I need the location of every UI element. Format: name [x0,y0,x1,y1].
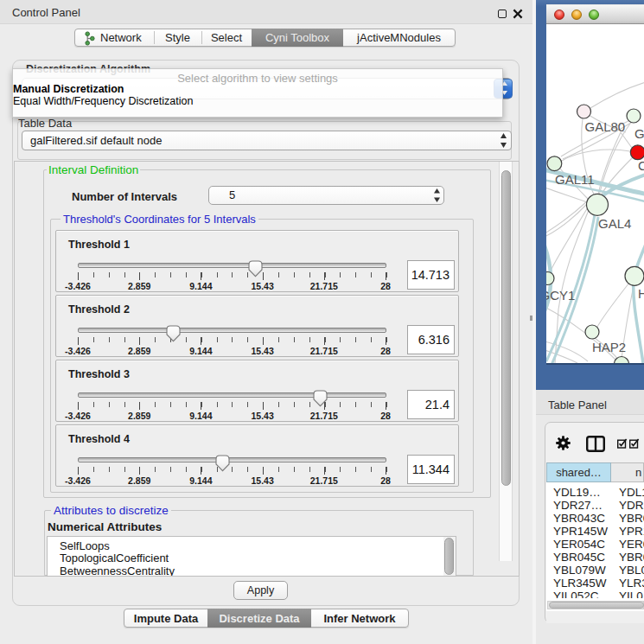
svg-text:H: H [638,286,644,301]
svg-text:GCY1: GCY1 [546,288,575,303]
svg-text:GA: GA [634,126,644,141]
svg-text:GAL11: GAL11 [555,172,595,187]
svg-text:HAP2: HAP2 [592,340,626,354]
svg-text:GAL4: GAL4 [598,216,631,231]
svg-text:GAL80: GAL80 [585,119,626,134]
svg-text:C: C [638,158,644,173]
